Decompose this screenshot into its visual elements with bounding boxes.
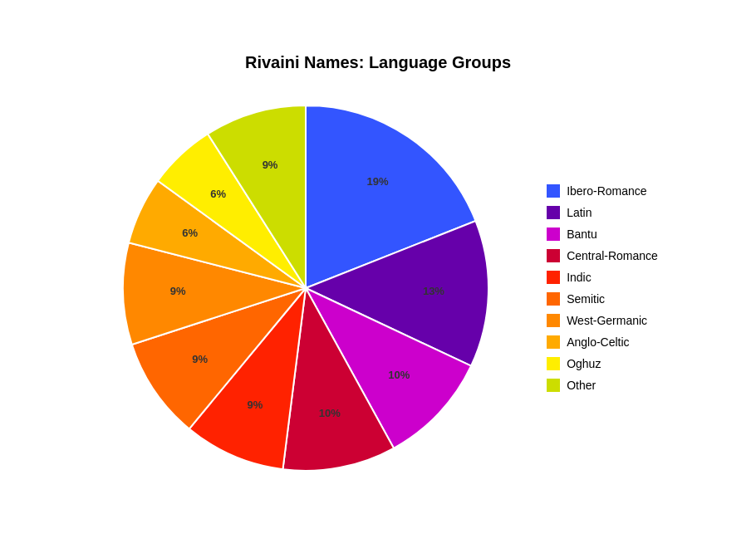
pie-label: 9% xyxy=(170,285,186,297)
legend-label: Ibero-Romance xyxy=(567,184,647,198)
legend-label: Central-Romance xyxy=(567,249,658,262)
legend-item: Indic xyxy=(547,271,658,284)
pie-chart: 19%13%10%10%9%9%9%6%6%9% xyxy=(98,81,513,496)
pie-label: 10% xyxy=(319,406,341,418)
legend-color-box xyxy=(547,379,560,392)
legend-label: Bantu xyxy=(567,228,597,241)
legend-item: Latin xyxy=(547,206,658,219)
legend-label: Other xyxy=(567,379,596,392)
pie-label: 13% xyxy=(423,285,444,297)
legend-item: Oghuz xyxy=(547,357,658,370)
legend-item: Central-Romance xyxy=(547,249,658,262)
legend-item: Anglo-Celtic xyxy=(547,335,658,349)
legend-color-box xyxy=(547,184,560,198)
legend-color-box xyxy=(547,335,560,349)
legend-label: Semitic xyxy=(567,292,605,306)
pie-label: 10% xyxy=(388,368,410,380)
legend: Ibero-RomanceLatinBantuCentral-RomanceIn… xyxy=(547,184,658,392)
legend-item: West-Germanic xyxy=(547,314,658,327)
legend-item: Other xyxy=(547,379,658,392)
legend-label: Oghuz xyxy=(567,357,601,370)
pie-label: 9% xyxy=(263,158,278,170)
legend-color-box xyxy=(547,206,560,219)
legend-item: Bantu xyxy=(547,228,658,241)
pie-label: 6% xyxy=(210,188,226,200)
pie-label: 9% xyxy=(248,398,263,410)
legend-label: Latin xyxy=(567,206,592,219)
legend-item: Semitic xyxy=(547,292,658,306)
legend-color-box xyxy=(547,357,560,370)
legend-color-box xyxy=(547,271,560,284)
pie-label: 9% xyxy=(192,352,208,365)
legend-label: Indic xyxy=(567,271,592,284)
legend-label: Anglo-Celtic xyxy=(567,335,629,349)
legend-item: Ibero-Romance xyxy=(547,184,658,198)
legend-color-box xyxy=(547,314,560,327)
chart-container: 19%13%10%10%9%9%9%6%6%9% Ibero-RomanceLa… xyxy=(98,81,658,496)
pie-label: 6% xyxy=(182,226,198,238)
legend-color-box xyxy=(547,249,560,262)
legend-color-box xyxy=(547,292,560,306)
chart-title: Rivaini Names: Language Groups xyxy=(245,53,511,72)
legend-label: West-Germanic xyxy=(567,314,647,327)
legend-color-box xyxy=(547,228,560,241)
pie-label: 19% xyxy=(367,175,389,188)
